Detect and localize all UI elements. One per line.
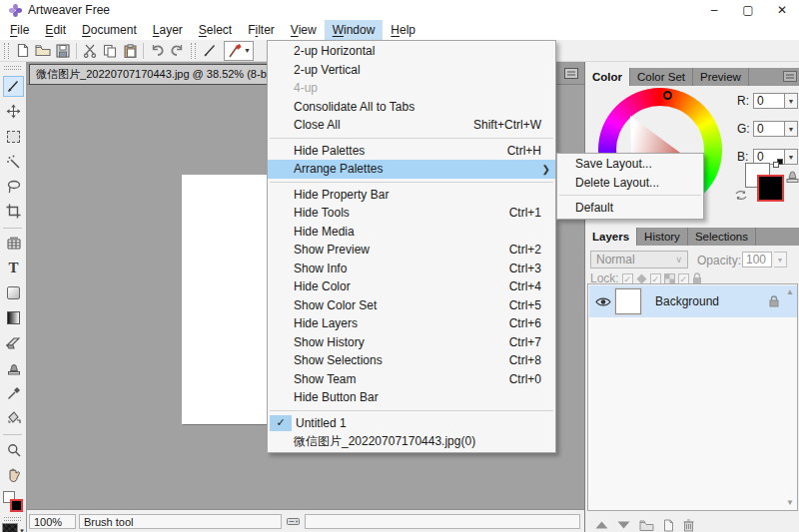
eraser-tool-icon[interactable] <box>3 332 24 353</box>
brush-preset-picker[interactable]: ▼ <box>224 41 254 61</box>
tab-preview[interactable]: Preview <box>693 68 749 86</box>
layer-scroll-up-icon[interactable]: ▲ <box>786 287 794 296</box>
opacity-value[interactable]: 100 <box>742 252 772 267</box>
menu-item-hide-property-bar[interactable]: Hide Property Bar <box>268 186 555 205</box>
menu-item-hide-button-bar[interactable]: Hide Button Bar <box>268 388 555 407</box>
minimize-button[interactable]: – <box>697 0 731 20</box>
paste-button[interactable] <box>120 42 140 60</box>
menu-item-hide-layers[interactable]: Hide LayersCtrl+6 <box>268 314 555 333</box>
menu-edit[interactable]: Edit <box>37 20 74 40</box>
submenu-item-save-layout[interactable]: Save Layout... <box>557 155 703 174</box>
menu-layer[interactable]: Layer <box>145 20 191 40</box>
menu-window[interactable]: Window <box>325 20 384 40</box>
move-tool-icon[interactable] <box>3 101 24 122</box>
menu-item-untitled-1[interactable]: ✓Untitled 1 <box>268 414 555 433</box>
layer-thumbnail[interactable] <box>615 288 641 314</box>
menu-item-hide-tools[interactable]: Hide ToolsCtrl+1 <box>268 204 555 223</box>
menu-item-consolidate-all[interactable]: Consolidate All to Tabs <box>268 98 555 117</box>
menu-file[interactable]: File <box>2 20 37 40</box>
tab-history[interactable]: History <box>637 228 688 246</box>
mosaic-tool-icon[interactable] <box>3 233 24 254</box>
eyedropper-tool-icon[interactable] <box>3 382 24 403</box>
default-colors-icon[interactable] <box>773 159 783 168</box>
stamp-icon[interactable] <box>786 168 799 184</box>
maximize-button[interactable]: ▢ <box>731 0 765 20</box>
opacity-dropdown-arrow[interactable]: ▼ <box>774 252 787 267</box>
menu-item-hide-color[interactable]: Hide ColorCtrl+4 <box>268 277 555 296</box>
brush-stroke-icon[interactable] <box>200 42 220 60</box>
hand-tool-icon[interactable] <box>3 464 24 485</box>
green-dropdown-arrow[interactable]: ▼ <box>785 121 798 137</box>
magic-wand-tool-icon[interactable] <box>3 151 24 172</box>
submenu-item-default[interactable]: Default <box>557 199 703 218</box>
tab-color-set[interactable]: Color Set <box>630 68 693 86</box>
menu-help[interactable]: Help <box>383 20 423 40</box>
layer-scroll-down-icon[interactable]: ▼ <box>786 498 794 507</box>
menu-item-show-preview[interactable]: Show PreviewCtrl+2 <box>268 241 555 260</box>
menu-item-document-2[interactable]: 微信图片_20220707170443.jpg(0) <box>268 432 555 451</box>
menu-item-arrange-palettes[interactable]: Arrange Palettes❯ <box>268 160 555 179</box>
zoom-tool-icon[interactable] <box>3 439 24 460</box>
crop-tool-icon[interactable] <box>3 201 24 222</box>
menu-view[interactable]: View <box>283 20 325 40</box>
lasso-tool-icon[interactable] <box>3 176 24 197</box>
brush-tool-icon[interactable] <box>3 76 24 97</box>
menu-item-show-team[interactable]: Show TeamCtrl+0 <box>268 370 555 389</box>
tools-drag-handle[interactable] <box>4 66 21 70</box>
text-tool-icon[interactable]: T <box>3 258 24 278</box>
menu-item-hide-media[interactable]: Hide Media <box>268 223 555 242</box>
move-layer-down-icon[interactable] <box>617 521 630 529</box>
cut-button[interactable] <box>80 42 100 60</box>
red-value[interactable]: 0 <box>753 93 785 109</box>
panel-background-swatch[interactable] <box>757 175 784 202</box>
clone-stamp-tool-icon[interactable] <box>3 357 24 378</box>
close-button[interactable]: ✕ <box>765 0 799 20</box>
new-document-button[interactable] <box>13 42 33 60</box>
open-button[interactable] <box>33 42 53 60</box>
lock-all-checkbox[interactable]: ✓ <box>678 273 689 284</box>
menu-item-show-selections[interactable]: Show SelectionsCtrl+8 <box>268 351 555 370</box>
menu-document[interactable]: Document <box>74 20 145 40</box>
zoom-level-field[interactable]: 100% <box>29 514 76 529</box>
save-button[interactable] <box>53 42 73 60</box>
layer-visibility-eye-icon[interactable] <box>595 296 611 307</box>
menu-item-2up-vertical[interactable]: 2-up Vertical <box>268 61 555 80</box>
menu-item-show-history[interactable]: Show HistoryCtrl+7 <box>268 333 555 352</box>
shape-tool-icon[interactable] <box>3 282 24 303</box>
layer-row-background[interactable]: Background <box>589 285 797 317</box>
move-layer-up-icon[interactable] <box>595 521 608 529</box>
color-palette-menu-icon[interactable] <box>783 71 797 82</box>
lock-pixels-checkbox[interactable]: ✓ <box>650 273 661 284</box>
tab-layers[interactable]: Layers <box>585 228 637 246</box>
background-swatch[interactable] <box>10 499 23 512</box>
menu-item-close-all[interactable]: Close AllShift+Ctrl+W <box>268 116 555 135</box>
new-group-icon[interactable] <box>639 520 654 531</box>
green-value[interactable]: 0 <box>753 121 785 137</box>
red-dropdown-arrow[interactable]: ▼ <box>785 93 798 109</box>
blend-mode-dropdown[interactable]: Normal∨ <box>590 251 688 268</box>
menu-item-show-info[interactable]: Show InfoCtrl+3 <box>268 260 555 278</box>
rect-select-tool-icon[interactable] <box>3 126 24 147</box>
tab-color[interactable]: Color <box>585 68 630 86</box>
menu-select[interactable]: Select <box>191 20 240 40</box>
blue-dropdown-arrow[interactable]: ▼ <box>785 149 798 165</box>
toolbar-drag-handle[interactable] <box>4 43 9 59</box>
lock-position-checkbox[interactable]: ✓ <box>622 273 633 284</box>
menu-item-hide-palettes[interactable]: Hide PalettesCtrl+H <box>268 142 555 161</box>
submenu-item-delete-layout[interactable]: Delete Layout... <box>557 174 703 193</box>
undo-button[interactable] <box>147 42 167 60</box>
menu-item-show-color-set[interactable]: Show Color SetCtrl+5 <box>268 296 555 315</box>
copy-button[interactable] <box>100 42 120 60</box>
texture-swatch[interactable] <box>2 523 18 532</box>
layer-name[interactable]: Background <box>655 294 769 308</box>
texture-picker[interactable]: ▼ <box>2 523 25 532</box>
texture-dropdown-arrow[interactable]: ▼ <box>19 528 25 532</box>
tab-selections[interactable]: Selections <box>688 228 756 246</box>
brush-preset-dropdown-arrow[interactable]: ▼ <box>244 47 251 54</box>
delete-layer-icon[interactable] <box>683 519 694 532</box>
propertybar-drag-handle[interactable] <box>191 43 196 59</box>
redo-button[interactable] <box>167 42 187 60</box>
hue-marker[interactable] <box>663 91 672 100</box>
document-tab[interactable]: 微信图片_20220707170443.jpg @ 38.52% (8-bit) <box>29 64 283 85</box>
menu-item-2up-horizontal[interactable]: 2-up Horizontal <box>268 42 555 61</box>
